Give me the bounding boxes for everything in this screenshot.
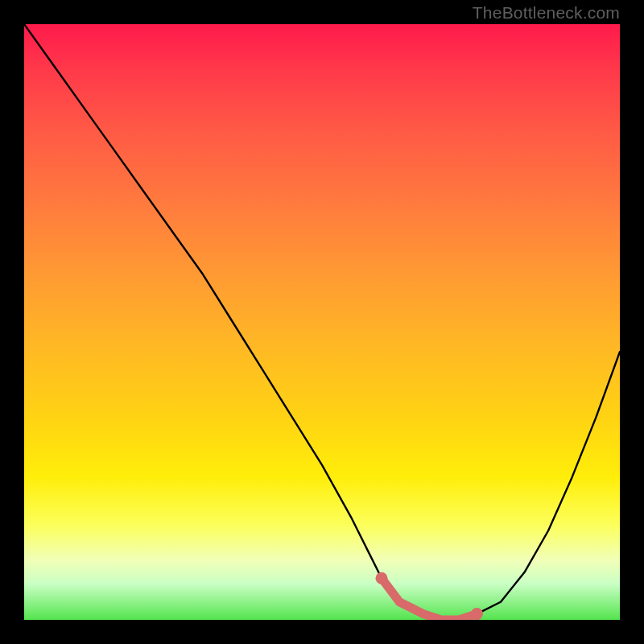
- plot-area: [24, 24, 620, 620]
- chart-frame: TheBottleneck.com: [0, 0, 644, 644]
- bottleneck-curve: [24, 24, 620, 620]
- chart-svg: [24, 24, 620, 620]
- optimal-dot-left: [376, 572, 388, 584]
- optimal-band: [382, 578, 477, 620]
- watermark: TheBottleneck.com: [473, 3, 620, 23]
- optimal-dot-right: [471, 608, 483, 620]
